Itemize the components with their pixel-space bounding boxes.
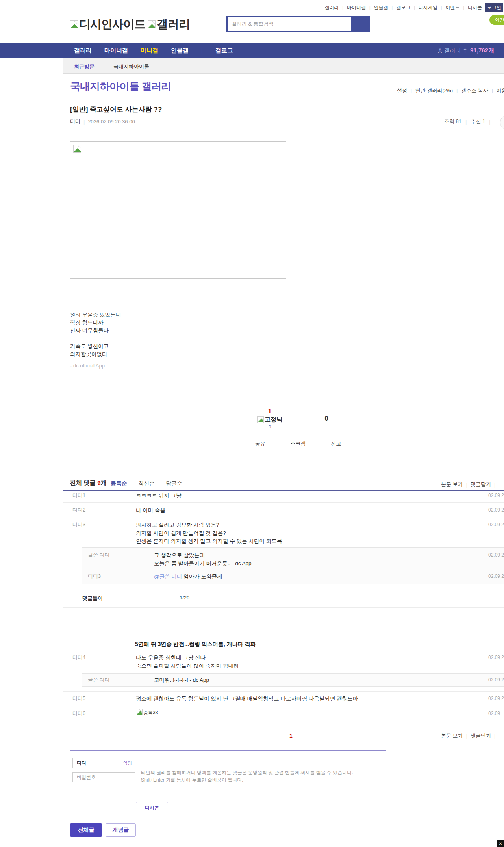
mention-link[interactable]: @글쓴 디디 [154, 573, 182, 579]
dccon-button[interactable]: 디시콘 [136, 802, 168, 813]
comment-placeholder-line1: 타인의 권리를 침해하거나 명예를 훼손하는 댓글은 운영원칙 및 관련 법률에… [141, 769, 381, 776]
comment-time: 02.09 20 [488, 507, 504, 513]
topbar-link-dcgame[interactable]: 디시게임 [419, 4, 437, 11]
floating-action-circle[interactable] [500, 114, 504, 131]
main-nav: 갤러리 마이너갤 미니갤 인물갤 | 갤로그 총 갤러리 수91,762개 [0, 43, 504, 58]
divider [63, 691, 504, 692]
close-comments-link[interactable]: 댓글닫기 [471, 732, 491, 739]
sort-tab-newest[interactable]: 최신순 [138, 480, 155, 487]
inline-ad-banner[interactable]: 5연패 뒤 3연승 반전...컬링 믹스더블, 캐나다 격파 [135, 641, 256, 648]
comment-content: 의지하고 살라고 강요한 사람 있음? 의지할 사람이 쉽게 만들어질 것 같음… [136, 521, 282, 545]
breadcrumb-current-gallery[interactable]: 국내지하아이돌 [113, 63, 149, 70]
comment-author[interactable]: 디디4 [72, 654, 85, 661]
post-body-text: 원라 우울증 있었는대 직장 힘드니까 진짜 너무힘들다 가족도 병신이고 의지… [70, 311, 121, 358]
comments-header: 전체 댓글 9개 [70, 479, 107, 487]
site-logo[interactable]: 디시인사이드 갤러리 [70, 17, 190, 32]
divider [63, 819, 504, 819]
search-input[interactable] [228, 17, 351, 31]
separator: | [411, 88, 412, 93]
separator: | [466, 482, 467, 488]
comment-author[interactable]: 디디1 [72, 492, 85, 499]
comment-page-number[interactable]: 1 [289, 733, 293, 739]
topbar-link-person[interactable]: 인물갤 [374, 4, 388, 11]
comment-time: 02.09 2 [488, 677, 504, 683]
separator: | [414, 6, 415, 10]
reply-author[interactable]: 디디3 [88, 573, 101, 580]
comment-name-input[interactable] [76, 760, 123, 766]
close-comments-link[interactable]: 댓글닫기 [471, 481, 491, 488]
post-author[interactable]: 디디 [70, 118, 80, 125]
topbar-link-minor[interactable]: 마이너갤 [347, 4, 366, 11]
scrap-button[interactable]: 스크랩 [279, 436, 317, 452]
broken-image-icon [136, 709, 143, 715]
comments-total-label: 전체 댓글 [70, 479, 95, 487]
all-posts-button[interactable]: 전체글 [70, 823, 102, 837]
vote-box: 1 고정닉 0 0 공유 스크랩 신고 [241, 401, 355, 452]
comment-name-field[interactable]: 익명 [72, 758, 135, 768]
topbar-link-event[interactable]: 이벤트 [445, 4, 460, 11]
broken-image-icon [148, 20, 156, 28]
post-stats: 조회 81 | 추천 1 | [444, 118, 491, 125]
nav-item-minor[interactable]: 마이너갤 [104, 47, 128, 54]
comment-password-input[interactable] [76, 774, 132, 780]
comment-time: 02.09 20:4 [488, 573, 504, 579]
ad-close-button[interactable]: ✕ [497, 840, 504, 847]
breadcrumb-recent-label[interactable]: 최근방문 [74, 63, 94, 70]
topbar-link-gallery[interactable]: 갤러리 [324, 4, 339, 11]
login-button[interactable]: 로그인 [485, 3, 503, 12]
broken-image-icon [70, 20, 78, 28]
nav-item-gallery[interactable]: 갤러리 [74, 47, 92, 54]
nav-item-mini[interactable]: 미니갤 [141, 47, 158, 54]
copy-gallery-url-link[interactable]: 갤주소 복사 [461, 87, 488, 94]
usage-guide-link[interactable]: 이용안내 [497, 87, 504, 94]
sort-tab-replies[interactable]: 답글순 [166, 480, 182, 487]
nav-item-gallog[interactable]: 갤로그 [215, 47, 233, 54]
sort-tab-registered[interactable]: 등록순 [111, 480, 127, 487]
divider [82, 569, 504, 569]
reply-content: 그 생각으로 살았는대 오늘은 좀 받아들이기 버거운듯.. - dc App [154, 551, 252, 568]
report-button[interactable]: 신고 [317, 436, 355, 452]
view-post-link[interactable]: 본문 보기 [441, 732, 463, 739]
related-galleries-link[interactable]: 연관 갤러리(2/6) [415, 87, 453, 94]
gallery-links: 설정| 연관 갤러리(2/6)| 갤주소 복사| 이용안내 [397, 87, 504, 94]
comments-underline [63, 490, 504, 491]
comment-bot-page: 1/20 [180, 595, 189, 601]
search-box [226, 16, 370, 32]
comment-bot-name: 댓글돌이 [82, 595, 103, 602]
nav-item-person[interactable]: 인물갤 [171, 47, 189, 54]
topbar: 갤러리| 마이너갤| 인물갤| 갤로그| 디시게임| 이벤트| 디시콘 [324, 4, 482, 11]
reply-author[interactable]: 글쓴 디디 [88, 551, 110, 558]
topbar-link-gallog[interactable]: 갤로그 [396, 4, 410, 11]
post-signature: - dc official App [70, 363, 105, 369]
comment-time: 02.09 20 [488, 696, 504, 701]
night-mode-button[interactable]: 야간 모드 [489, 15, 504, 25]
gallery-title[interactable]: 국내지하아이돌 갤러리 [70, 80, 171, 93]
comment-time: 02.09 [488, 711, 500, 716]
comment-author[interactable]: 디디5 [72, 695, 85, 702]
reply-content: 고마워..!~!~!~! - dc App [154, 676, 209, 685]
comment-content: ㅋㅋㅋㅋ 뒤져 그냥 [136, 492, 182, 500]
search-button[interactable] [351, 17, 369, 31]
comment-textarea[interactable]: 타인의 권리를 침해하거나 명예를 훼손하는 댓글은 운영원칙 및 관련 법률에… [136, 755, 386, 798]
divider [63, 127, 504, 127]
anonymous-toggle[interactable]: 익명 [123, 760, 132, 766]
comment-time: 02.09 20 [488, 493, 504, 498]
view-post-link[interactable]: 본문 보기 [441, 481, 463, 488]
reply-box [82, 547, 504, 584]
comment-password-field[interactable] [72, 772, 135, 782]
divider [63, 517, 504, 517]
share-button[interactable]: 공유 [241, 436, 279, 452]
downvote-button[interactable]: 0 [298, 401, 355, 436]
topbar-link-dccon[interactable]: 디시콘 [468, 4, 482, 11]
best-posts-button[interactable]: 개념글 [106, 823, 136, 837]
gallery-settings-link[interactable]: 설정 [397, 87, 407, 94]
gallery-total-count: 총 갤러리 수91,762개 [437, 43, 494, 58]
separator: | [494, 733, 495, 739]
upvote-button[interactable]: 1 고정닉 0 [241, 401, 298, 436]
comment-author[interactable]: 디디6 [72, 710, 85, 717]
comment-author[interactable]: 디디3 [72, 521, 85, 528]
comment-placeholder-line2: Shift+Enter 키를 동시에 누르면 줄바꿈이 됩니다. [141, 776, 381, 784]
comments-total-number: 9 [97, 479, 100, 486]
comment-author[interactable]: 디디2 [72, 506, 85, 514]
reply-author[interactable]: 글쓴 디디 [88, 676, 110, 683]
